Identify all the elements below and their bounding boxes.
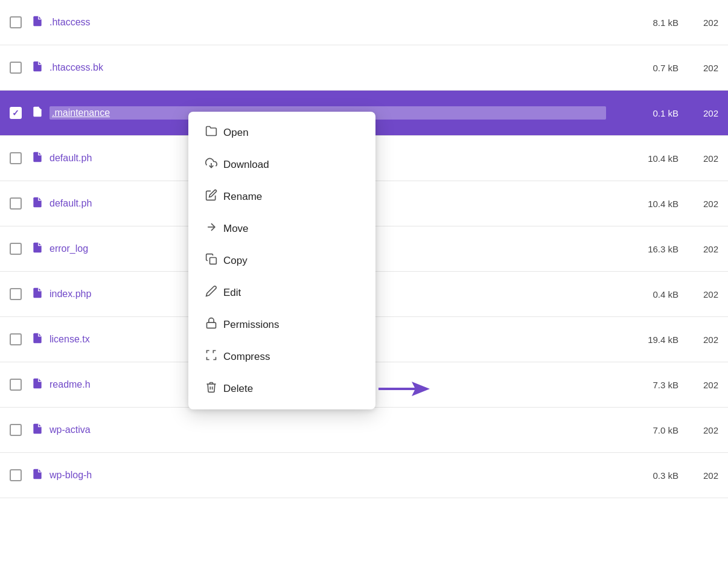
file-date-readme-h: 202 [688, 380, 718, 390]
checkbox-box-license-tx[interactable] [10, 333, 22, 345]
file-size-error-log: 16.3 kB [606, 244, 679, 254]
checkbox-box-maintenance[interactable] [10, 107, 22, 119]
checkbox-error-log[interactable] [10, 243, 31, 255]
menu-item-permissions[interactable]: Permissions [188, 309, 375, 341]
file-size-maintenance: 0.1 kB [606, 108, 679, 118]
file-icon-wp-blog-h [31, 468, 43, 483]
file-name-wp-blog-h[interactable]: wp-blog-h [49, 470, 606, 481]
checkbox-wp-activa[interactable] [10, 424, 31, 436]
menu-item-copy[interactable]: Copy [188, 245, 375, 277]
file-icon-htaccess [31, 15, 43, 30]
svg-rect-2 [210, 258, 217, 264]
checkbox-htaccess-bk[interactable] [10, 62, 31, 74]
move-icon [205, 221, 223, 236]
checkbox-box-wp-blog-h[interactable] [10, 469, 22, 481]
checkbox-wp-blog-h[interactable] [10, 469, 31, 481]
file-icon-htaccess-bk [31, 60, 43, 75]
menu-label-open: Open [223, 127, 359, 139]
copy-icon [205, 253, 223, 268]
checkbox-box-index-php[interactable] [10, 288, 22, 300]
checkbox-box-default-ph2[interactable] [10, 197, 22, 210]
menu-label-move: Move [223, 223, 359, 235]
file-icon-wp-activa [31, 423, 43, 438]
file-icon-license-tx [31, 332, 43, 347]
file-date-license-tx: 202 [688, 335, 718, 345]
download-icon [205, 157, 223, 172]
file-icon-default-ph1 [31, 151, 43, 166]
file-icon-index-php [31, 287, 43, 302]
menu-label-edit: Edit [223, 287, 359, 299]
folder-icon [205, 125, 223, 140]
checkbox-htaccess[interactable] [10, 16, 31, 28]
menu-label-delete: Delete [223, 383, 359, 395]
svg-marker-4 [378, 382, 430, 396]
file-size-license-tx: 19.4 kB [606, 335, 679, 345]
menu-label-compress: Compress [223, 351, 359, 363]
edit-icon [205, 285, 223, 300]
file-name-htaccess[interactable]: .htaccess [49, 17, 606, 28]
file-icon-error-log [31, 242, 43, 257]
menu-item-download[interactable]: Download [188, 149, 375, 181]
file-size-htaccess: 8.1 kB [606, 18, 679, 28]
checkbox-box-wp-activa[interactable] [10, 424, 22, 436]
checkbox-readme-h[interactable] [10, 379, 31, 391]
rename-icon [205, 189, 223, 204]
menu-item-edit[interactable]: Edit [188, 277, 375, 309]
checkbox-box-htaccess[interactable] [10, 16, 22, 28]
file-date-htaccess: 202 [688, 18, 718, 28]
file-name-htaccess-bk[interactable]: .htaccess.bk [49, 62, 606, 73]
file-row-wp-activa[interactable]: wp-activa7.0 kB202 [0, 408, 728, 453]
menu-label-copy: Copy [223, 255, 359, 267]
menu-item-delete[interactable]: Delete [188, 373, 375, 405]
menu-label-download: Download [223, 159, 359, 171]
checkbox-default-ph1[interactable] [10, 152, 31, 164]
menu-item-move[interactable]: Move [188, 213, 375, 245]
compress-icon [205, 349, 223, 364]
delete-arrow-annotation [375, 380, 430, 398]
file-row-wp-blog-h[interactable]: wp-blog-h0.3 kB202 [0, 453, 728, 498]
file-name-wp-activa[interactable]: wp-activa [49, 425, 606, 435]
svg-rect-3 [207, 322, 216, 328]
file-size-wp-blog-h: 0.3 kB [606, 470, 679, 481]
lock-icon [205, 317, 223, 332]
file-date-maintenance: 202 [688, 108, 718, 118]
checkbox-box-htaccess-bk[interactable] [10, 62, 22, 74]
trash-icon [205, 381, 223, 396]
checkbox-default-ph2[interactable] [10, 197, 31, 210]
file-date-wp-activa: 202 [688, 425, 718, 435]
menu-label-permissions: Permissions [223, 319, 359, 331]
file-date-wp-blog-h: 202 [688, 470, 718, 481]
file-size-default-ph1: 10.4 kB [606, 153, 679, 164]
file-row-htaccess[interactable]: .htaccess8.1 kB202 [0, 0, 728, 45]
file-date-htaccess-bk: 202 [688, 63, 718, 73]
file-size-default-ph2: 10.4 kB [606, 199, 679, 209]
file-date-index-php: 202 [688, 289, 718, 300]
file-icon-maintenance [31, 106, 43, 121]
file-size-htaccess-bk: 0.7 kB [606, 63, 679, 73]
file-icon-default-ph2 [31, 196, 43, 211]
menu-item-rename[interactable]: Rename [188, 181, 375, 213]
file-row-htaccess-bk[interactable]: .htaccess.bk0.7 kB202 [0, 45, 728, 91]
file-date-default-ph1: 202 [688, 153, 718, 164]
checkbox-box-default-ph1[interactable] [10, 152, 22, 164]
checkbox-maintenance[interactable] [10, 107, 31, 119]
checkbox-box-readme-h[interactable] [10, 379, 22, 391]
checkbox-index-php[interactable] [10, 288, 31, 300]
file-size-wp-activa: 7.0 kB [606, 425, 679, 435]
checkbox-box-error-log[interactable] [10, 243, 22, 255]
file-date-error-log: 202 [688, 244, 718, 254]
menu-item-compress[interactable]: Compress [188, 341, 375, 373]
file-icon-readme-h [31, 377, 43, 393]
file-size-index-php: 0.4 kB [606, 289, 679, 300]
context-menu: OpenDownloadRenameMoveCopyEditPermission… [188, 112, 375, 409]
file-date-default-ph2: 202 [688, 199, 718, 209]
menu-label-rename: Rename [223, 191, 359, 203]
checkbox-license-tx[interactable] [10, 333, 31, 345]
menu-item-open[interactable]: Open [188, 117, 375, 149]
file-size-readme-h: 7.3 kB [606, 380, 679, 390]
